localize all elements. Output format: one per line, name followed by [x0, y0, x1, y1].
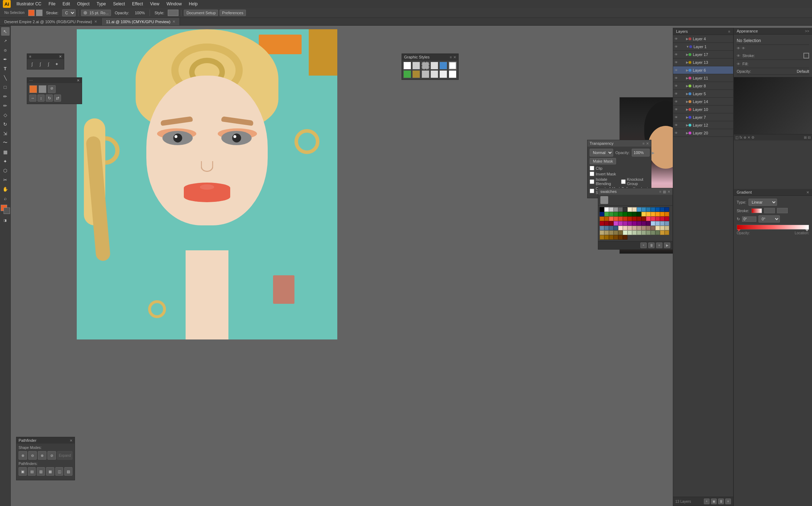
layer-expand-10[interactable]: ▶ [686, 116, 689, 119]
swatch-color-8[interactable] [637, 207, 641, 212]
blending-mode-select[interactable]: Normal [590, 149, 613, 157]
graphic-styles-menu-icon[interactable]: ≡ [450, 55, 452, 59]
pen-tool[interactable]: ✒ [1, 55, 10, 63]
layer-expand-7[interactable]: ▶ [686, 92, 689, 96]
swatch-color-25[interactable] [646, 212, 651, 216]
pathfinder-close-icon[interactable]: ✕ [70, 439, 72, 443]
direct-selection-tool[interactable]: ↗ [1, 36, 10, 45]
swatch-color-41[interactable] [651, 216, 655, 221]
layer-eye-1[interactable]: 👁 [675, 45, 680, 48]
scissors-tool[interactable]: ✂ [1, 175, 10, 184]
swatch-color-64[interactable] [618, 226, 623, 230]
layer-row-3[interactable]: 👁 ▶ Layer 13 [673, 58, 733, 66]
swatch-color-57[interactable] [655, 221, 660, 226]
layer-eye-8[interactable]: 👁 [675, 100, 680, 103]
swatch-color-65[interactable] [623, 226, 627, 230]
swatch-color-50[interactable] [623, 221, 627, 226]
hand-tool[interactable]: ✋ [1, 185, 10, 193]
layer-row-9[interactable]: 👁 ▶ Layer 10 [673, 106, 733, 113]
stroke-eye-icon[interactable]: 👁 [737, 54, 740, 58]
app-bottom-icon-2[interactable]: fx [740, 136, 742, 139]
swatch-color-29[interactable] [665, 212, 669, 216]
menu-help[interactable]: Help [186, 1, 201, 7]
menu-select[interactable]: Select [110, 1, 128, 7]
style-swatch-11[interactable] [439, 70, 447, 78]
swatch-color-87[interactable] [655, 230, 660, 235]
layer-row-0[interactable]: 👁 ▶ Layer 4 [673, 35, 733, 43]
app-bottom-icon-3[interactable]: ⊕ [743, 136, 746, 139]
swatch-color-78[interactable] [614, 230, 618, 235]
swatches-menu-btn[interactable]: ≡ [656, 242, 662, 248]
gradient-stroke-preview[interactable] [751, 208, 762, 213]
swatch-color-37[interactable] [632, 216, 637, 221]
layer-expand-0[interactable]: ▶ [686, 37, 689, 41]
swatch-color-58[interactable] [660, 221, 665, 226]
style-swatch-6[interactable] [449, 62, 457, 70]
swatch-color-13[interactable] [660, 207, 665, 212]
swatch-color-74[interactable] [665, 226, 669, 230]
swatch-color-53[interactable] [637, 221, 641, 226]
intersect-btn[interactable]: ⊗ [38, 451, 46, 460]
style-swatch-2[interactable] [412, 62, 420, 70]
merge-btn[interactable]: ▥ [37, 467, 45, 476]
swatch-color-63[interactable] [614, 226, 618, 230]
app-bottom-icon-6[interactable]: ⊟ [808, 136, 811, 139]
make-mask-button[interactable]: Make Mask [590, 158, 616, 164]
style-swatch-3[interactable] [422, 62, 429, 70]
style-swatch-8[interactable] [412, 70, 420, 78]
swatch-color-84[interactable] [641, 230, 646, 235]
brush-btn-3[interactable]: ∫ [45, 61, 52, 68]
style-swatch-7[interactable] [403, 70, 411, 78]
swatch-color-48[interactable] [614, 221, 618, 226]
layer-eye-2[interactable]: 👁 [675, 53, 680, 56]
layer-expand-11[interactable]: ▶ [686, 123, 689, 127]
swatches-add-btn[interactable]: + [640, 242, 647, 248]
swatch-color-42[interactable] [655, 216, 660, 221]
minus-back-btn[interactable]: ▧ [64, 467, 72, 476]
tab-close-1[interactable]: ✕ [94, 20, 97, 24]
gradient-angle-input[interactable] [742, 216, 756, 222]
warp-tool[interactable]: 〜 [1, 138, 10, 147]
style-swatch-5[interactable] [439, 62, 447, 70]
swatch-color-83[interactable] [637, 230, 641, 235]
rotate-90-btn[interactable]: ↻ [46, 94, 53, 102]
swatch-color-82[interactable] [632, 230, 637, 235]
fill-color-box[interactable] [1, 205, 10, 214]
gradient-tool[interactable]: ▦ [1, 148, 10, 156]
swatch-color-36[interactable] [627, 216, 632, 221]
swatch-color-30[interactable] [600, 216, 604, 221]
swatch-color-21[interactable] [627, 212, 632, 216]
swatch-color-75[interactable] [600, 230, 604, 235]
swatch-color-56[interactable] [651, 221, 655, 226]
swatch-color-45[interactable] [600, 221, 604, 226]
color-stroke-swatch[interactable] [39, 85, 46, 93]
swatch-color-69[interactable] [641, 226, 646, 230]
fill-swatch[interactable] [28, 10, 35, 16]
swatch-color-38[interactable] [637, 216, 641, 221]
outline-btn[interactable]: ◫ [55, 467, 64, 476]
layer-row-10[interactable]: 👁 ▶ Layer 7 [673, 113, 733, 121]
stroke-color-preview[interactable] [803, 53, 809, 58]
swatch-color-32[interactable] [609, 216, 614, 221]
menu-object[interactable]: Object [74, 1, 92, 7]
opacity-mask-checkbox[interactable] [590, 189, 594, 193]
swatch-color-1[interactable] [604, 207, 609, 212]
swatch-color-94[interactable] [618, 235, 623, 240]
layer-eye-6[interactable]: 👁 [675, 84, 680, 88]
rotate-tool[interactable]: ↻ [1, 120, 10, 128]
app-bottom-icon-gear[interactable]: ⚙ [751, 136, 755, 139]
layer-expand-12[interactable]: ▶ [686, 131, 689, 135]
crop-btn[interactable]: ▦ [46, 467, 54, 476]
layer-eye-7[interactable]: 👁 [675, 92, 680, 96]
swatch-color-16[interactable] [604, 212, 609, 216]
app-bottom-icon-5[interactable]: ⊞ [804, 136, 807, 139]
swatch-color-44[interactable] [665, 216, 669, 221]
layer-row-12[interactable]: 👁 ▶ Layer 20 [673, 129, 733, 137]
layer-row-6[interactable]: 👁 ▶ Layer 8 [673, 82, 733, 90]
brush-tool[interactable]: ✏ [1, 92, 10, 101]
menu-effect[interactable]: Effect [129, 1, 146, 7]
color-fill-swatch[interactable] [29, 85, 37, 93]
swatches-grid-view-icon[interactable]: ▦ [663, 190, 666, 194]
layer-expand-6[interactable]: ▶ [686, 84, 689, 88]
layer-row-8[interactable]: 👁 ▶ Layer 14 [673, 98, 733, 106]
